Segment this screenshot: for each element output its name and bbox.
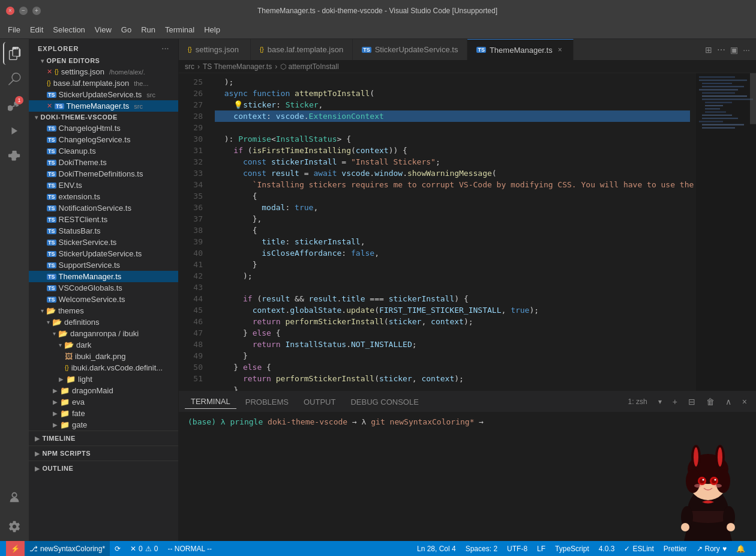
open-file-base-laf[interactable]: {} base.laf.template.json the...: [29, 77, 178, 89]
npm-header[interactable]: ▶ NPM SCRIPTS: [29, 448, 178, 459]
timeline-header[interactable]: ▶ TIMELINE: [29, 433, 178, 444]
menu-selection[interactable]: Selection: [48, 23, 89, 37]
statusbar-eol[interactable]: LF: [532, 545, 550, 553]
eva-folder[interactable]: ▶ 📁 eva: [29, 396, 178, 408]
more-actions-icon[interactable]: ···: [743, 45, 750, 55]
ibuki-dark-png[interactable]: 🖼 ibuki_dark.png: [29, 351, 178, 362]
statusbar-language[interactable]: TypeScript: [550, 545, 594, 553]
split-editor-icon[interactable]: ⊞: [705, 45, 712, 55]
sidebar-more-icon[interactable]: ···: [162, 45, 169, 52]
light-folder[interactable]: ▶ 📁 light: [29, 373, 178, 385]
more-tabs-icon[interactable]: ⋯: [717, 45, 725, 55]
file-welcome[interactable]: TS WelcomeService.ts: [29, 294, 178, 305]
terminal-content[interactable]: (base) λ pringle doki-theme-vscode → λ g…: [179, 412, 756, 541]
close-button[interactable]: ×: [6, 7, 14, 15]
close-icon[interactable]: ✕: [47, 68, 52, 76]
code-editor[interactable]: 25 26 27 28 29 30 31 32 33 34 35 36 37 3…: [179, 73, 756, 391]
editor-area: {} settings.json {} base.laf.template.js…: [179, 39, 756, 541]
file-dokitheme-defs[interactable]: TS DokiThemeDefinitions.ts: [29, 168, 178, 180]
terminal-tab-debug[interactable]: DEBUG CONSOLE: [344, 395, 424, 409]
breadcrumb-src[interactable]: src: [185, 62, 194, 71]
menu-edit[interactable]: Edit: [25, 23, 48, 37]
menu-file[interactable]: File: [3, 23, 25, 37]
statusbar-spaces[interactable]: Spaces: 2: [461, 545, 502, 553]
terminal-add-icon[interactable]: +: [670, 396, 680, 408]
statusbar-bell[interactable]: 🔔: [731, 545, 750, 553]
file-theme-manager[interactable]: TS ThemeManager.ts: [29, 271, 178, 282]
code-content[interactable]: ); async function attemptToInstall( 💡sti…: [209, 73, 696, 391]
terminal-close-icon[interactable]: ×: [739, 396, 750, 408]
minimize-button[interactable]: −: [19, 7, 28, 15]
activity-source-control[interactable]: 1: [3, 94, 26, 116]
activity-search[interactable]: [3, 68, 26, 91]
activity-extensions[interactable]: [3, 145, 26, 168]
statusbar-user[interactable]: ↗ Rory ♥: [692, 545, 731, 553]
git-branch[interactable]: ⎇ newSyntaxColoring*: [25, 541, 110, 556]
statusbar-mode[interactable]: -- NORMAL --: [163, 545, 217, 553]
terminal-tab-output[interactable]: OUTPUT: [298, 395, 341, 409]
layout-icon[interactable]: ▣: [730, 45, 738, 55]
activity-explorer[interactable]: [3, 42, 26, 65]
tab-theme-manager[interactable]: TS ThemeManager.ts ×: [467, 39, 573, 60]
sidebar-content[interactable]: ▾ OPEN EDITORS ✕ {} settings.json /home/…: [29, 55, 178, 541]
definitions-folder[interactable]: ▾ 📂 definitions: [29, 316, 178, 328]
danganronpa-ibuki-folder[interactable]: ▾ 📂 danganronpa / ibuki: [29, 328, 178, 339]
file-rest[interactable]: TS RESTClient.ts: [29, 214, 178, 225]
tab-close-icon[interactable]: ×: [556, 44, 564, 55]
file-env[interactable]: TS ENV.ts: [29, 180, 178, 191]
file-dokitheme[interactable]: TS DokiTheme.ts: [29, 157, 178, 168]
file-extension[interactable]: TS extension.ts: [29, 191, 178, 202]
terminal-collapse-icon[interactable]: ∧: [722, 396, 734, 408]
file-statusbar[interactable]: TS StatusBar.ts: [29, 225, 178, 237]
statusbar-error-section[interactable]: ⚡: [6, 541, 25, 556]
open-file-settings-json[interactable]: ✕ {} settings.json /home/alex/.: [29, 66, 178, 77]
file-changelog-service[interactable]: TS ChangelogService.ts: [29, 134, 178, 145]
statusbar-version[interactable]: 4.0.3: [594, 545, 620, 553]
statusbar-prettier[interactable]: Prettier: [659, 545, 692, 553]
statusbar-errors[interactable]: ✕ 0 ⚠ 0: [125, 545, 163, 553]
file-sticker-update-service[interactable]: TS StickerUpdateService.ts: [29, 248, 178, 259]
tab-base-laf[interactable]: {} base.laf.template.json: [251, 39, 353, 60]
menu-view[interactable]: View: [90, 23, 116, 37]
terminal-tab-problems[interactable]: PROBLEMS: [239, 395, 295, 409]
menu-terminal[interactable]: Terminal: [160, 23, 199, 37]
maximize-button[interactable]: +: [32, 7, 41, 15]
project-section[interactable]: ▾ DOKI-THEME-VSCODE: [29, 112, 178, 122]
open-file-theme-manager[interactable]: ✕ TS ThemeManager.ts src: [29, 100, 178, 112]
terminal-tab-terminal[interactable]: TERMINAL: [185, 394, 236, 409]
statusbar-encoding[interactable]: UTF-8: [502, 545, 532, 553]
menu-run[interactable]: Run: [136, 23, 160, 37]
outline-header[interactable]: ▶ OUTLINE: [29, 463, 178, 474]
file-changelog-html[interactable]: TS ChangelogHtml.ts: [29, 122, 178, 134]
file-vscodeglobals[interactable]: TS VSCodeGlobals.ts: [29, 282, 178, 294]
activity-account[interactable]: [3, 486, 26, 509]
gate-folder[interactable]: ▶ 📁 gate: [29, 419, 178, 431]
terminal-split-icon[interactable]: ⊟: [685, 396, 698, 408]
close-icon[interactable]: ✕: [47, 102, 52, 110]
file-sticker-service[interactable]: TS StickerService.ts: [29, 237, 178, 248]
statusbar-eslint[interactable]: ✓ ESLint: [619, 545, 658, 553]
statusbar-position[interactable]: Ln 28, Col 4: [412, 545, 461, 553]
breadcrumb-symbol[interactable]: ⬡ attemptToInstall: [280, 62, 338, 71]
open-editors-section[interactable]: ▾ OPEN EDITORS: [29, 55, 178, 66]
file-cleanup[interactable]: TS Cleanup.ts: [29, 145, 178, 157]
activity-settings[interactable]: [3, 515, 26, 538]
dark-folder[interactable]: ▾ 📂 dark: [29, 339, 178, 351]
tab-settings-json[interactable]: {} settings.json: [179, 39, 251, 60]
terminal-trash-icon[interactable]: 🗑: [703, 396, 718, 408]
ibuki-dark-vscode[interactable]: {} ibuki.dark.vsCode.definit...: [29, 362, 178, 373]
breadcrumb-file[interactable]: TS ThemeManager.ts: [203, 62, 272, 71]
menu-go[interactable]: Go: [116, 23, 136, 37]
themes-folder[interactable]: ▾ 📂 themes: [29, 305, 178, 316]
file-notification[interactable]: TS NotificationService.ts: [29, 202, 178, 214]
terminal-dropdown-icon[interactable]: ▾: [658, 397, 662, 406]
menu-help[interactable]: Help: [199, 23, 225, 37]
file-support[interactable]: TS SupportService.ts: [29, 259, 178, 271]
fate-folder[interactable]: ▶ 📁 fate: [29, 408, 178, 419]
tab-sticker-update[interactable]: TS StickerUpdateService.ts: [353, 39, 467, 60]
activity-run[interactable]: [3, 119, 26, 142]
open-file-sticker-update[interactable]: TS StickerUpdateService.ts src: [29, 89, 178, 100]
statusbar-sync[interactable]: ⟳: [110, 545, 125, 553]
dragonmaid-folder[interactable]: ▶ 📁 dragonMaid: [29, 385, 178, 396]
svg-rect-17: [702, 127, 735, 128]
